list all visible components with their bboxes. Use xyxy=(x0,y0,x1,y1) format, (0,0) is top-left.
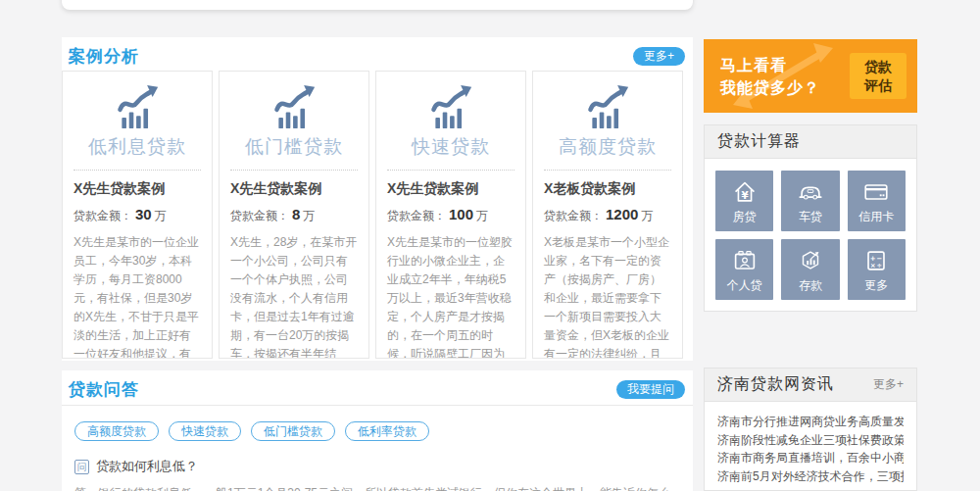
car-icon xyxy=(796,177,825,207)
loan-evaluation-button[interactable]: 贷款 评估 xyxy=(850,53,906,99)
calculator-tile-grid: ¥ 房贷 车贷 xyxy=(705,159,916,312)
case-card[interactable]: 低门槛贷款 X先生贷款案例 贷款金额：8万 X先生，28岁，在某市开一个小公司，… xyxy=(219,71,369,359)
svg-text:¥: ¥ xyxy=(741,188,749,200)
chart-growth-icon xyxy=(423,84,478,129)
tile-label: 个人贷 xyxy=(727,277,762,294)
loan-qa-section: 贷款问答 我要提问 高额度贷款 快速贷款 低门槛贷款 低利率贷款 问 贷款如何利… xyxy=(62,370,693,491)
house-yen-icon: ¥ xyxy=(730,177,760,207)
case-description-text: X老板是某市一个小型企业家，名下有一定的资产（按揭房产、厂房）和企业，最近需要拿… xyxy=(544,235,669,359)
news-list: 济南市分行推进网商贷业务高质量发展 济南阶段性减免企业三项社保费政策期... 济… xyxy=(705,402,916,485)
tag-fast-loan[interactable]: 快速贷款 xyxy=(169,421,241,441)
case-description-text: X先生是某市的一位塑胶行业的小微企业主，企业成立2年半，年纳税5万以上，最近3年… xyxy=(387,235,513,359)
case-description-text: X先生是某市的一位企业员工，今年30岁，本科学历，每月工资8000元，有社保，但… xyxy=(74,235,199,359)
case-analysis-section: 案例分析 更多+ 低利息贷款 X先生贷款案例 贷款金额：30万 xyxy=(62,37,693,361)
chart-growth-icon xyxy=(267,84,321,129)
qa-tag-list: 高额度贷款 快速贷款 低门槛贷款 低利率贷款 xyxy=(74,421,693,441)
eval-button-line1: 贷款 xyxy=(850,58,906,76)
loan-portal-page: 案例分析 更多+ 低利息贷款 X先生贷款案例 贷款金额：30万 xyxy=(0,0,980,491)
news-item[interactable]: 济南阶段性减免企业三项社保费政策期... xyxy=(717,431,904,450)
case-description: X先生，28岁，在某市开一个小公司，公司只有一个个体户执照，公司没有流水，个人有… xyxy=(230,233,358,359)
loan-amount: 贷款金额：100万 xyxy=(387,206,514,224)
case-description: X老板是某市一个小型企业家，名下有一定的资产（按揭房产、厂房）和企业，最近需要拿… xyxy=(544,233,671,359)
news-item[interactable]: 济南市分行推进网商贷业务高质量发展 xyxy=(717,413,904,431)
loan-type-title: 低门槛贷款 xyxy=(230,134,358,160)
amount-value: 8 xyxy=(292,206,300,222)
loan-type-title: 高额度贷款 xyxy=(544,134,671,160)
amount-label: 贷款金额： xyxy=(74,209,132,222)
loan-calculator-box: 贷款计算器 ¥ 房贷 车贷 xyxy=(704,124,917,312)
tile-mortgage[interactable]: ¥ 房贷 xyxy=(715,171,773,231)
case-card[interactable]: 低利息贷款 X先生贷款案例 贷款金额：30万 X先生是某市的一位企业员工，今年3… xyxy=(62,71,213,359)
news-title: 济南贷款网资讯 xyxy=(717,374,834,395)
banner-slogan: 马上看看 我能贷多少？ xyxy=(720,54,820,99)
loan-amount: 贷款金额：1200万 xyxy=(544,206,671,224)
case-title: X老板贷款案例 xyxy=(544,180,671,198)
calculator-icon: + − × ÷ xyxy=(861,246,891,275)
amount-value: 1200 xyxy=(606,206,638,222)
news-item[interactable]: 济南前5月对外经济技术合作，三项指标... xyxy=(717,467,904,486)
amount-unit: 万 xyxy=(155,209,167,222)
tile-car-loan[interactable]: 车贷 xyxy=(781,171,839,231)
case-title: X先生贷款案例 xyxy=(74,180,201,198)
amount-label: 贷款金额： xyxy=(544,209,603,222)
chart-growth-icon xyxy=(110,84,165,129)
case-description: X先生是某市的一位企业员工，今年30岁，本科学历，每月工资8000元，有社保，但… xyxy=(74,233,201,359)
loan-qa-header: 贷款问答 我要提问 xyxy=(62,370,693,402)
tile-more-tools[interactable]: + − × ÷ 更多 xyxy=(848,239,906,300)
case-card[interactable]: 快速贷款 X先生贷款案例 贷款金额：100万 X先生是某市的一位塑胶行业的小微企… xyxy=(375,71,526,359)
deposit-chart-icon xyxy=(796,246,825,275)
top-nav-bar xyxy=(62,0,693,10)
banner-slogan-line1: 马上看看 xyxy=(720,54,820,76)
dotted-divider xyxy=(74,170,201,171)
svg-text:×: × xyxy=(870,261,876,269)
case-description-text: X先生，28岁，在某市开一个小公司，公司只有一个个体户执照，公司没有流水，个人有… xyxy=(230,235,357,359)
loan-type-title: 低利息贷款 xyxy=(74,134,201,160)
case-title: X先生贷款案例 xyxy=(387,180,514,198)
amount-value: 100 xyxy=(449,206,473,222)
cases-more-button[interactable]: 更多+ xyxy=(633,47,685,66)
loan-amount: 贷款金额：30万 xyxy=(74,206,201,224)
news-more-link[interactable]: 更多+ xyxy=(873,376,904,393)
tag-low-threshold-loan[interactable]: 低门槛贷款 xyxy=(251,421,335,441)
question-icon: 问 xyxy=(74,460,89,474)
tile-label: 更多 xyxy=(864,277,888,294)
tile-label: 存款 xyxy=(799,277,822,294)
tile-personal-loan[interactable]: 个人贷 xyxy=(715,239,773,300)
case-description: X先生是某市的一位塑胶行业的小微企业主，企业成立2年半，年纳税5万以上，最近3年… xyxy=(387,233,514,359)
divider xyxy=(62,405,693,406)
section-title: 案例分析 xyxy=(69,45,139,68)
loan-amount: 贷款金额：8万 xyxy=(230,206,358,224)
tile-deposit[interactable]: 存款 xyxy=(781,239,839,300)
answer-text: 答：银行的贷款利息低，一般1万元1个月30-75元之间，所以贷款首先尝试银行。但… xyxy=(74,485,680,491)
calculator-header: 贷款计算器 xyxy=(705,125,916,159)
tile-credit-card[interactable]: 信用卡 xyxy=(848,171,906,231)
tag-low-rate-loan[interactable]: 低利率贷款 xyxy=(345,421,429,441)
loan-evaluation-banner[interactable]: 马上看看 我能贷多少？ 贷款 评估 xyxy=(704,39,917,113)
case-card[interactable]: 高额度贷款 X老板贷款案例 贷款金额：1200万 X老板是某市一个小型企业家，名… xyxy=(532,71,683,359)
credit-card-icon xyxy=(861,177,891,207)
svg-text:÷: ÷ xyxy=(877,261,883,269)
banner-slogan-line2: 我能贷多少？ xyxy=(720,76,820,99)
amount-label: 贷款金额： xyxy=(230,209,289,222)
news-header: 济南贷款网资讯 更多+ xyxy=(705,368,916,402)
amount-unit: 万 xyxy=(303,209,315,222)
case-analysis-header: 案例分析 更多+ xyxy=(62,37,693,69)
section-title: 贷款问答 xyxy=(69,378,139,401)
amount-unit: 万 xyxy=(476,209,488,222)
tag-high-amount-loan[interactable]: 高额度贷款 xyxy=(74,421,159,441)
calculator-title: 贷款计算器 xyxy=(717,131,801,152)
question-text: 贷款如何利息低？ xyxy=(96,458,198,475)
tile-label: 房贷 xyxy=(733,209,757,225)
jinan-loan-news-box: 济南贷款网资讯 更多+ 济南市分行推进网商贷业务高质量发展 济南阶段性减免企业三… xyxy=(704,368,917,491)
eval-button-line2: 评估 xyxy=(850,76,906,95)
qa-question-row[interactable]: 问 贷款如何利息低？ xyxy=(74,458,693,475)
case-title: X先生贷款案例 xyxy=(230,180,358,198)
id-card-icon xyxy=(730,246,760,275)
ask-question-button[interactable]: 我要提问 xyxy=(616,380,685,399)
news-item[interactable]: 济南市商务局直播培训，百余中小商贸... xyxy=(717,449,904,467)
case-card-list: 低利息贷款 X先生贷款案例 贷款金额：30万 X先生是某市的一位企业员工，今年3… xyxy=(62,71,683,359)
amount-unit: 万 xyxy=(641,209,653,222)
dotted-divider xyxy=(230,170,358,171)
loan-type-title: 快速贷款 xyxy=(387,134,514,160)
amount-label: 贷款金额： xyxy=(387,209,446,222)
